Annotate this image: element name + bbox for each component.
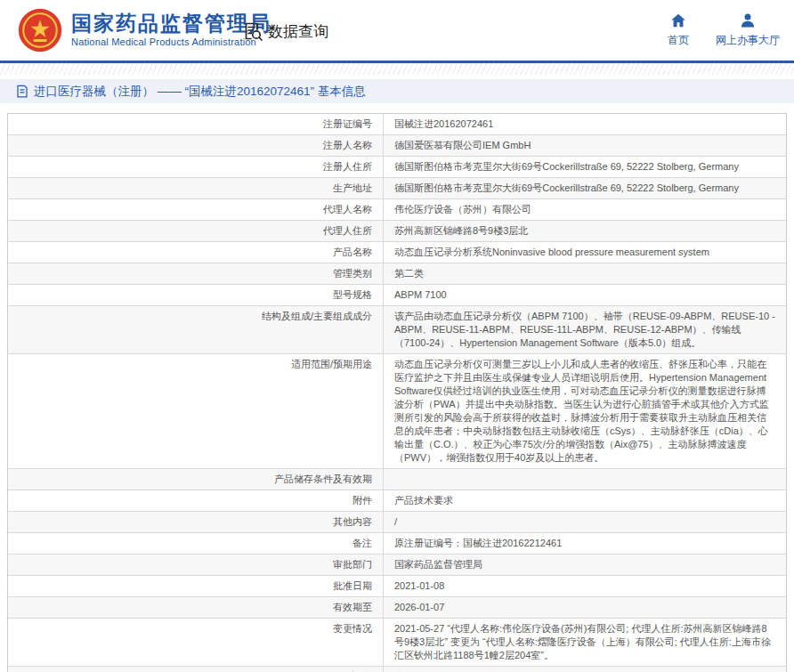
row-value-cell: 德国斯图伯格市考克里尔大街69号Cockerillstraße 69, 5222… xyxy=(384,178,786,198)
row-value: 动态血压记录分析仪可测量三岁以上小儿和成人患者的收缩压、舒张压和心率，只能在医疗… xyxy=(394,359,769,463)
row-label: 有效期至 xyxy=(333,602,372,612)
breadcrumb-text: 进口医疗器械（注册） —— “国械注进20162072461” 基本信息 xyxy=(34,84,366,100)
data-query-entry[interactable]: 数据查询 xyxy=(242,20,328,42)
row-value-cell xyxy=(384,469,786,490)
row-value-cell: 详情 xyxy=(384,667,786,672)
row-label: 适用范围/预期用途 xyxy=(291,359,372,369)
row-value: 该产品由动态血压记录分析仪（ABPM 7100）、袖带（REUSE-09-ABP… xyxy=(394,311,775,348)
row-value-cell: 2021-01-08 xyxy=(384,576,786,596)
table-row: 注册证编号 国械注进20162072461 xyxy=(8,114,786,135)
row-label-cell: 产品名称 xyxy=(8,242,384,263)
row-label: 生产地址 xyxy=(333,182,372,193)
row-label-cell: 代理人名称 xyxy=(8,199,384,220)
info-table: 注册证编号 国械注进20162072461 注册人名称 德国爱医慕有限公司IEM… xyxy=(7,113,787,672)
table-row: 变更情况 2021-05-27 “代理人名称:伟伦医疗设备(苏州)有限公司; 代… xyxy=(8,619,786,667)
row-value: 国械注进20162072461 xyxy=(394,118,493,129)
table-row: 审批部门 国家药品监督管理局 xyxy=(8,555,786,576)
table-row: 注册人名称 德国爱医慕有限公司IEM GmbH xyxy=(8,135,786,157)
row-value: 2021-05-27 “代理人名称:伟伦医疗设备(苏州)有限公司; 代理人住所:… xyxy=(394,623,771,660)
data-query-search-icon xyxy=(242,20,263,42)
breadcrumb: 进口医疗器械（注册） —— “国械注进20162072461” 基本信息 xyxy=(0,79,794,103)
row-label-cell: 产品储存条件及有效期 xyxy=(8,469,384,490)
row-value-cell: ABPM 7100 xyxy=(384,285,786,305)
row-value-cell: 原注册证编号：国械注进20162212461 xyxy=(384,533,786,554)
row-value: 2026-01-07 xyxy=(394,602,444,612)
user-icon xyxy=(739,12,757,29)
table-row: 注册人住所 德国斯图伯格市考克里尔大街69号Cockerillstraße 69… xyxy=(8,157,786,178)
row-label: 注册人住所 xyxy=(323,161,372,172)
table-row: 产品名称 动态血压记录分析系统Noninvasive blood pressur… xyxy=(8,242,786,263)
row-value-cell: 动态血压记录分析系统Noninvasive blood pressure mea… xyxy=(384,242,786,263)
table-row: 适用范围/预期用途 动态血压记录分析仪可测量三岁以上小儿和成人患者的收缩压、舒张… xyxy=(8,354,786,469)
row-value-cell: 苏州高新区锦峰路8号9楼3层北 xyxy=(384,221,786,241)
row-label-cell: 注 xyxy=(8,667,384,672)
row-label-cell: 备注 xyxy=(8,533,384,554)
row-label: 批准日期 xyxy=(333,580,372,591)
row-value-cell: 2026-01-07 xyxy=(384,597,786,618)
table-row: 有效期至 2026-01-07 xyxy=(8,597,786,619)
table-row: 型号规格 ABPM 7100 xyxy=(8,285,786,306)
row-label-cell: 结构及组成/主要组成成分 xyxy=(8,306,384,353)
row-label-cell: 代理人住所 xyxy=(8,221,384,241)
row-value: 德国斯图伯格市考克里尔大街69号Cockerillstraße 69, 5222… xyxy=(394,161,739,172)
row-label-cell: 注册证编号 xyxy=(8,114,384,134)
row-label: 其他内容 xyxy=(333,516,372,527)
page: 国家药品监督管理局 National Medical Products Admi… xyxy=(0,0,794,672)
table-row: 代理人住所 苏州高新区锦峰路8号9楼3层北 xyxy=(8,221,786,242)
table-row: 附件 产品技术要求 xyxy=(8,490,786,512)
row-label-cell: 附件 xyxy=(8,490,384,511)
row-value: 苏州高新区锦峰路8号9楼3层北 xyxy=(394,225,528,236)
home-icon xyxy=(669,12,687,29)
row-value: 2021-01-08 xyxy=(394,580,444,591)
nav-service-hall-label: 网上办事大厅 xyxy=(716,33,780,48)
nav-home-label: 首页 xyxy=(668,33,689,48)
row-value: 德国爱医慕有限公司IEM GmbH xyxy=(394,140,531,150)
row-label: 变更情况 xyxy=(333,623,372,634)
header-nav: 首页 网上办事大厅 xyxy=(668,12,780,48)
row-value-cell: 国家药品监督管理局 xyxy=(384,555,786,575)
row-value: 原注册证编号：国械注进20162212461 xyxy=(394,538,562,548)
row-label: 型号规格 xyxy=(333,289,372,300)
data-query-label: 数据查询 xyxy=(268,21,328,42)
table-row: 管理类别 第二类 xyxy=(8,263,786,285)
row-label: 产品名称 xyxy=(333,247,372,257)
row-label-cell: 注册人名称 xyxy=(8,135,384,156)
row-label-cell: 审批部门 xyxy=(8,555,384,575)
row-value-cell: 动态血压记录分析仪可测量三岁以上小儿和成人患者的收缩压、舒张压和心率，只能在医疗… xyxy=(384,354,786,468)
table-row: 备注 原注册证编号：国械注进20162212461 xyxy=(8,533,786,555)
nav-home[interactable]: 首页 xyxy=(668,12,689,48)
row-label-cell: 有效期至 xyxy=(8,597,384,618)
row-label-cell: 适用范围/预期用途 xyxy=(8,354,384,468)
nmpa-emblem-logo[interactable] xyxy=(18,8,62,53)
row-label: 结构及组成/主要组成成分 xyxy=(262,311,372,321)
row-label-cell: 变更情况 xyxy=(8,619,384,666)
row-label: 备注 xyxy=(352,538,372,548)
nav-service-hall[interactable]: 网上办事大厅 xyxy=(716,12,780,48)
table-row: 其他内容 / xyxy=(8,512,786,533)
row-label: 代理人住所 xyxy=(323,225,372,236)
row-value: 伟伦医疗设备（苏州）有限公司 xyxy=(394,204,531,215)
row-value-cell: 2021-05-27 “代理人名称:伟伦医疗设备(苏州)有限公司; 代理人住所:… xyxy=(384,619,786,666)
row-value-cell: 德国斯图伯格市考克里尔大街69号Cockerillstraße 69, 5222… xyxy=(384,157,786,177)
row-value: 产品技术要求 xyxy=(394,495,453,506)
national-emblem-icon xyxy=(18,8,62,53)
row-value: / xyxy=(394,516,397,527)
row-value-cell: 该产品由动态血压记录分析仪（ABPM 7100）、袖带（REUSE-09-ABP… xyxy=(384,306,786,353)
row-value-cell: / xyxy=(384,512,786,532)
stripe-band xyxy=(0,63,794,75)
row-value-cell: 产品技术要求 xyxy=(384,490,786,511)
row-label-cell: 生产地址 xyxy=(8,178,384,198)
row-label-cell: 注册人住所 xyxy=(8,157,384,177)
row-value: 国家药品监督管理局 xyxy=(394,559,482,570)
row-value-cell: 德国爱医慕有限公司IEM GmbH xyxy=(384,135,786,156)
table-row: 产品储存条件及有效期 xyxy=(8,469,786,490)
row-label: 审批部门 xyxy=(333,559,372,570)
row-label: 产品储存条件及有效期 xyxy=(274,474,372,484)
table-row: 代理人名称 伟伦医疗设备（苏州）有限公司 xyxy=(8,199,786,221)
row-value-cell: 伟伦医疗设备（苏州）有限公司 xyxy=(384,199,786,220)
row-value-cell: 第二类 xyxy=(384,263,786,284)
row-value: 动态血压记录分析系统Noninvasive blood pressure mea… xyxy=(394,247,709,257)
table-row: 注 详情 xyxy=(8,667,786,672)
row-value-cell: 国械注进20162072461 xyxy=(384,114,786,134)
header: 国家药品监督管理局 National Medical Products Admi… xyxy=(0,0,794,61)
